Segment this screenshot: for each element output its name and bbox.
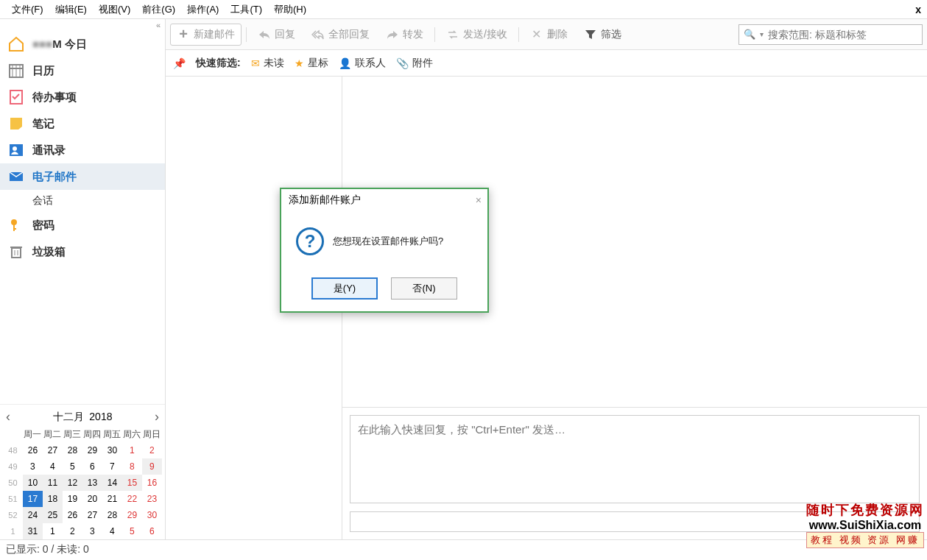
cal-day[interactable]: 28 bbox=[102, 507, 122, 523]
cal-day[interactable]: 31 bbox=[23, 523, 43, 539]
home-icon bbox=[7, 35, 25, 53]
cal-day[interactable]: 1 bbox=[122, 442, 142, 458]
sidebar-item-passwords[interactable]: 密码 bbox=[0, 212, 165, 238]
dialog-message: 您想现在设置邮件账户吗? bbox=[333, 235, 443, 248]
cal-day[interactable]: 29 bbox=[82, 442, 102, 458]
cal-day[interactable]: 24 bbox=[23, 507, 43, 523]
sidebar-item-calendar[interactable]: 日历 bbox=[0, 57, 165, 84]
contacts-icon bbox=[7, 141, 25, 159]
sidebar-item-trash[interactable]: 垃圾箱 bbox=[0, 238, 165, 265]
cal-day[interactable]: 13 bbox=[82, 475, 102, 491]
cal-day[interactable]: 28 bbox=[63, 442, 82, 458]
cal-day[interactable]: 21 bbox=[102, 491, 122, 507]
svg-rect-13 bbox=[10, 247, 22, 248]
cal-day[interactable]: 6 bbox=[82, 458, 102, 475]
menu-tools[interactable]: 工具(T) bbox=[225, 1, 268, 18]
cal-day[interactable]: 3 bbox=[82, 523, 102, 539]
filter-button[interactable]: 筛选 bbox=[577, 24, 628, 46]
cal-day[interactable]: 4 bbox=[102, 523, 122, 539]
cal-day[interactable]: 4 bbox=[43, 458, 63, 475]
cal-day[interactable]: 27 bbox=[43, 442, 63, 458]
cal-day[interactable]: 16 bbox=[142, 475, 162, 491]
cal-day[interactable]: 8 bbox=[122, 458, 142, 475]
toolbar: +新建邮件 回复 全部回复 转发 发送/接收 ✕删除 筛选 🔍 ▾ bbox=[166, 19, 927, 50]
filter-contact[interactable]: 👤联系人 bbox=[339, 57, 386, 70]
new-mail-button[interactable]: +新建邮件 bbox=[170, 24, 242, 46]
sidebar-item-label: 日历 bbox=[32, 64, 54, 78]
menu-go[interactable]: 前往(G) bbox=[136, 1, 181, 18]
cal-day[interactable]: 2 bbox=[63, 523, 82, 539]
cal-day[interactable]: 9 bbox=[142, 458, 162, 475]
quick-reply-input[interactable] bbox=[350, 415, 920, 503]
sidebar-sub-conversations[interactable]: 会话 bbox=[0, 190, 165, 212]
cal-day[interactable]: 27 bbox=[82, 507, 102, 523]
cal-day[interactable]: 26 bbox=[23, 442, 43, 458]
add-account-dialog: 添加新邮件账户 × ? 您想现在设置邮件账户吗? 是(Y) 否(N) bbox=[280, 188, 489, 313]
mail-icon bbox=[7, 168, 25, 185]
filter-attachment[interactable]: 📎附件 bbox=[396, 57, 433, 70]
quick-filter-bar: 📌 快速筛选: ✉未读 ★星标 👤联系人 📎附件 bbox=[166, 50, 927, 77]
reply-button[interactable]: 回复 bbox=[251, 24, 302, 46]
filter-star[interactable]: ★星标 bbox=[295, 57, 328, 70]
search-box[interactable]: 🔍 ▾ bbox=[739, 24, 923, 45]
cal-day[interactable]: 29 bbox=[122, 507, 142, 523]
cal-day[interactable]: 2 bbox=[142, 442, 162, 458]
search-icon: 🔍 bbox=[744, 29, 755, 40]
sidebar: « ■■■M 今日 日历 待办事项 笔记 通讯录 bbox=[0, 19, 166, 539]
close-icon[interactable]: x bbox=[915, 4, 921, 15]
cal-day[interactable]: 26 bbox=[63, 507, 82, 523]
cal-prev-button[interactable]: ‹ bbox=[6, 409, 10, 425]
forward-button[interactable]: 转发 bbox=[379, 24, 430, 46]
sidebar-item-today[interactable]: ■■■M 今日 bbox=[0, 31, 165, 57]
cal-day[interactable]: 15 bbox=[122, 475, 142, 491]
cal-day[interactable]: 30 bbox=[142, 507, 162, 523]
menu-edit[interactable]: 编辑(E) bbox=[49, 1, 93, 18]
sidebar-collapse-button[interactable]: « bbox=[0, 19, 165, 31]
menu-view[interactable]: 视图(V) bbox=[93, 1, 136, 18]
pin-icon[interactable]: 📌 bbox=[173, 57, 186, 69]
cal-day[interactable]: 14 bbox=[102, 475, 122, 491]
send-receive-button[interactable]: 发送/接收 bbox=[440, 24, 514, 46]
search-input[interactable] bbox=[768, 29, 917, 40]
cal-day[interactable]: 12 bbox=[63, 475, 82, 491]
menu-action[interactable]: 操作(A) bbox=[181, 1, 225, 18]
menu-file[interactable]: 文件(F) bbox=[6, 1, 49, 18]
sidebar-item-notes[interactable]: 笔记 bbox=[0, 110, 165, 137]
sidebar-item-label: 垃圾箱 bbox=[32, 245, 66, 259]
cal-day[interactable]: 11 bbox=[43, 475, 63, 491]
cal-day[interactable]: 20 bbox=[82, 491, 102, 507]
dialog-close-button[interactable]: × bbox=[476, 194, 482, 206]
cal-day[interactable]: 5 bbox=[63, 458, 82, 475]
cal-day[interactable]: 6 bbox=[142, 523, 162, 539]
cal-day[interactable]: 10 bbox=[23, 475, 43, 491]
mini-calendar: ‹ 十二月 2018 › 周一周二周三周四周五周六周日 482627282930… bbox=[0, 404, 165, 539]
cal-day[interactable]: 17 bbox=[23, 491, 43, 507]
cal-day[interactable]: 3 bbox=[23, 458, 43, 475]
sidebar-item-email[interactable]: 电子邮件 bbox=[0, 163, 165, 190]
sync-icon bbox=[446, 28, 459, 41]
cal-next-button[interactable]: › bbox=[155, 409, 159, 425]
cal-day[interactable]: 5 bbox=[122, 523, 142, 539]
delete-button[interactable]: ✕删除 bbox=[524, 24, 574, 46]
status-bar: 已显示: 0 / 未读: 0 bbox=[0, 539, 927, 559]
sidebar-item-tasks[interactable]: 待办事项 bbox=[0, 84, 165, 110]
cal-day[interactable]: 19 bbox=[63, 491, 82, 507]
dropdown-icon[interactable]: ▾ bbox=[760, 30, 764, 38]
dialog-yes-button[interactable]: 是(Y) bbox=[311, 277, 378, 300]
cal-day[interactable]: 23 bbox=[142, 491, 162, 507]
status-text: 已显示: 0 / 未读: 0 bbox=[6, 543, 89, 556]
menu-help[interactable]: 帮助(H) bbox=[268, 1, 312, 18]
cal-day[interactable]: 25 bbox=[43, 507, 63, 523]
cal-day[interactable]: 1 bbox=[43, 523, 63, 539]
star-icon: ★ bbox=[295, 57, 304, 69]
cal-day[interactable]: 18 bbox=[43, 491, 63, 507]
filter-unread[interactable]: ✉未读 bbox=[251, 57, 284, 70]
reply-all-button[interactable]: 全部回复 bbox=[305, 24, 376, 46]
cal-day[interactable]: 30 bbox=[102, 442, 122, 458]
filter-label: 快速筛选: bbox=[196, 57, 241, 70]
sidebar-item-contacts[interactable]: 通讯录 bbox=[0, 137, 165, 163]
cal-day[interactable]: 7 bbox=[102, 458, 122, 475]
cal-day[interactable]: 22 bbox=[122, 491, 142, 507]
dialog-no-button[interactable]: 否(N) bbox=[391, 277, 457, 300]
svg-point-7 bbox=[13, 146, 17, 151]
